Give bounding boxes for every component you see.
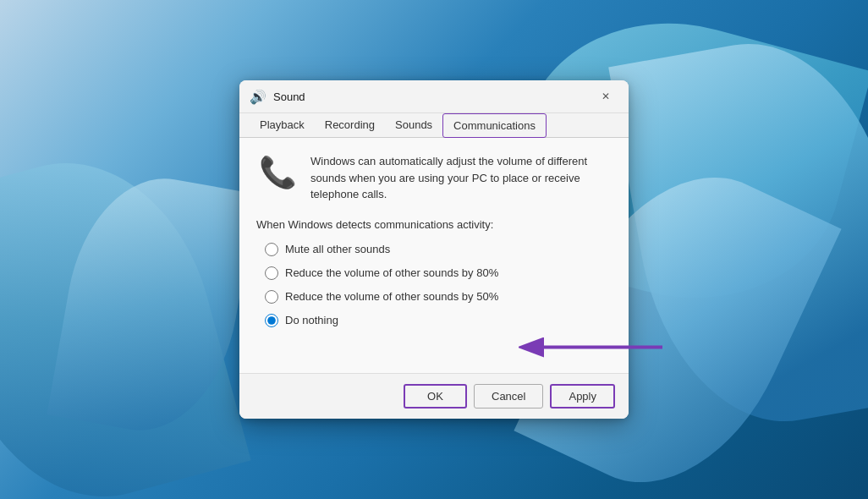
radio-do-nothing[interactable] <box>265 314 278 327</box>
label-mute-all: Mute all other sounds <box>285 243 390 255</box>
tab-playback[interactable]: Playback <box>250 113 315 138</box>
arrow-annotation <box>519 321 671 372</box>
label-do-nothing: Do nothing <box>285 314 338 326</box>
apply-button[interactable]: Apply <box>550 384 615 409</box>
tab-communications[interactable]: Communications <box>442 113 547 138</box>
dialog-title: Sound <box>273 90 593 103</box>
option-reduce-50[interactable]: Reduce the volume of other sounds by 50% <box>265 290 612 304</box>
communications-prompt: When Windows detects communications acti… <box>256 218 612 231</box>
tab-recording[interactable]: Recording <box>315 113 385 138</box>
dialog-overlay: 🔊 Sound ✕ Playback Recording Sounds Comm… <box>0 0 868 499</box>
sound-dialog: 🔊 Sound ✕ Playback Recording Sounds Comm… <box>239 80 629 419</box>
option-mute-all[interactable]: Mute all other sounds <box>265 243 612 256</box>
phone-icon: 📞 <box>256 151 299 194</box>
header-description: Windows can automatically adjust the vol… <box>310 151 612 203</box>
radio-reduce-80[interactable] <box>265 266 278 280</box>
radio-reduce-50[interactable] <box>265 290 278 304</box>
label-reduce-80: Reduce the volume of other sounds by 80% <box>285 266 498 279</box>
label-reduce-50: Reduce the volume of other sounds by 50% <box>285 290 498 303</box>
tab-sounds[interactable]: Sounds <box>385 113 442 138</box>
ok-button[interactable]: OK <box>404 384 467 409</box>
dialog-icon: 🔊 <box>250 88 266 105</box>
tab-bar: Playback Recording Sounds Communications <box>239 113 629 138</box>
cancel-button[interactable]: Cancel <box>474 384 543 409</box>
title-bar: 🔊 Sound ✕ <box>239 80 629 113</box>
dialog-footer: OK Cancel Apply <box>239 373 629 419</box>
header-section: 📞 Windows can automatically adjust the v… <box>256 151 612 203</box>
dialog-content: 📞 Windows can automatically adjust the v… <box>239 138 629 373</box>
radio-group: Mute all other sounds Reduce the volume … <box>265 243 612 327</box>
option-reduce-80[interactable]: Reduce the volume of other sounds by 80% <box>265 266 612 280</box>
radio-mute-all[interactable] <box>265 243 278 256</box>
close-button[interactable]: ✕ <box>593 87 618 106</box>
